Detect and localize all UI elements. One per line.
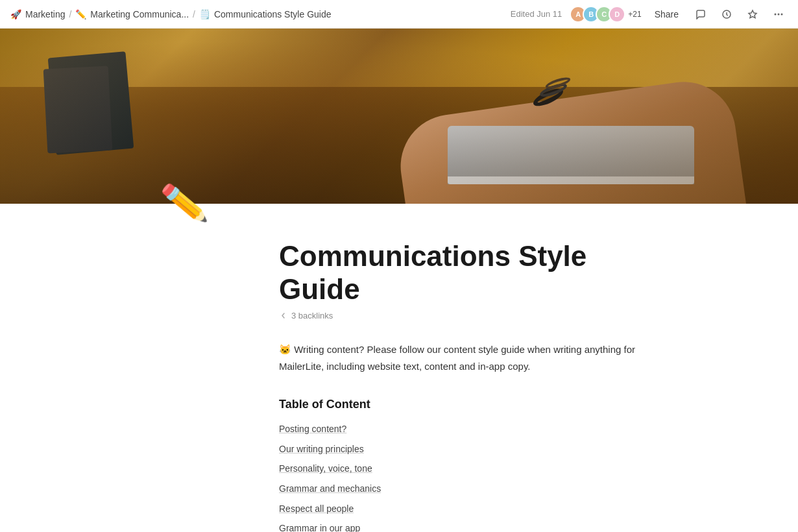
toc-item-1: Our writing principles (279, 441, 639, 458)
clock-icon[interactable] (718, 5, 736, 23)
content-inner: Communications Style Guide 3 backlinks 🐱… (107, 240, 691, 532)
breadcrumb-marketing-comms-icon: ✏️ (75, 9, 86, 19)
backlinks-row: 3 backlinks (279, 311, 639, 320)
toc-link-personality-voice-tone[interactable]: Personality, voice, tone (279, 463, 372, 474)
backlinks-icon (279, 311, 287, 320)
toc-link-respect-all-people[interactable]: Respect all people (279, 503, 354, 514)
topbar: 🚀 Marketing / ✏️ Marketing Communica... … (0, 0, 798, 29)
breadcrumb-style-guide[interactable]: Communications Style Guide (214, 9, 332, 19)
svg-marker-1 (749, 10, 756, 18)
intro-text: 🐱 Writing content? Please follow our con… (279, 341, 639, 374)
avatar-stack: A B C D +21 (570, 6, 641, 23)
toc-item-5: Grammar in our app (279, 520, 639, 532)
toc-title: Table of Content (279, 398, 639, 411)
star-icon[interactable] (744, 5, 762, 23)
content-area: Communications Style Guide 3 backlinks 🐱… (0, 204, 798, 532)
svg-point-3 (778, 13, 780, 15)
breadcrumb-sep-1: / (69, 9, 71, 19)
toc-link-grammar-mechanics[interactable]: Grammar and mechanics (279, 483, 381, 494)
toc-link-grammar-in-app[interactable]: Grammar in our app (279, 523, 360, 532)
edited-label: Edited Jun 11 (511, 9, 562, 19)
hero-image (0, 29, 798, 204)
avatar-count: +21 (628, 10, 641, 19)
breadcrumb-marketing[interactable]: Marketing (25, 9, 65, 19)
toc-item-2: Personality, voice, tone (279, 460, 639, 478)
intro-body: Writing content? Please follow our conte… (279, 344, 635, 372)
breadcrumb: 🚀 Marketing / ✏️ Marketing Communica... … (10, 9, 332, 19)
toc-item-0: Posting content? (279, 420, 639, 438)
comment-icon[interactable] (692, 5, 710, 23)
pencil-emoji: ✏️ (160, 182, 210, 224)
svg-point-2 (775, 13, 777, 15)
breadcrumb-style-guide-icon: 🗒️ (199, 9, 210, 19)
breadcrumb-marketing-icon: 🚀 (10, 9, 21, 19)
toc-list: Posting content? Our writing principles … (279, 420, 639, 532)
page-title: Communications Style Guide (279, 240, 639, 306)
toc-item-4: Respect all people (279, 500, 639, 518)
toc-link-posting-content[interactable]: Posting content? (279, 424, 346, 434)
topbar-actions: Edited Jun 11 A B C D +21 Share (511, 5, 788, 23)
breadcrumb-sep-2: / (193, 9, 195, 19)
toc-item-3: Grammar and mechanics (279, 480, 639, 498)
breadcrumb-marketing-comms[interactable]: Marketing Communica... (90, 9, 189, 19)
share-button[interactable]: Share (649, 6, 684, 22)
backlinks-link[interactable]: 3 backlinks (291, 311, 333, 320)
svg-point-4 (781, 13, 783, 15)
intro-emoji: 🐱 (279, 344, 291, 355)
toc-link-writing-principles[interactable]: Our writing principles (279, 444, 364, 454)
more-icon[interactable] (769, 5, 788, 23)
avatar-4[interactable]: D (609, 6, 625, 23)
